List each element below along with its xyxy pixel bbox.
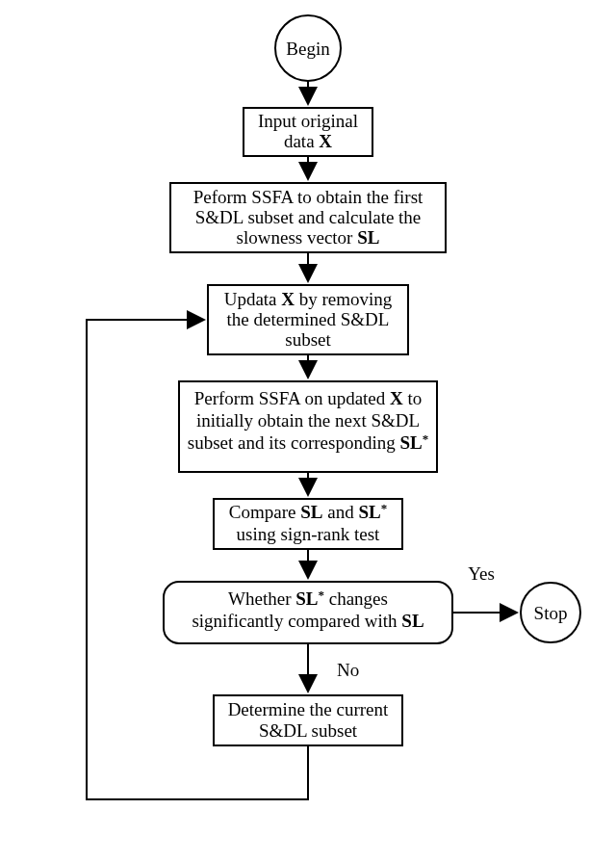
node-decision-line2: significantly compared with SL bbox=[192, 611, 424, 631]
node-compare-line1: Compare SL and SL* bbox=[229, 501, 387, 522]
node-determine-line1: Determine the current bbox=[228, 699, 389, 719]
node-ssfa-first-line3: slowness vector SL bbox=[237, 227, 380, 248]
node-update-line1: Updata X by removing bbox=[224, 289, 393, 309]
edge-label-yes: Yes bbox=[468, 563, 495, 584]
node-update-line2: the determined S&DL bbox=[227, 309, 390, 329]
node-update-line3: subset bbox=[285, 329, 331, 350]
node-input-line2: data X bbox=[284, 131, 332, 151]
node-stop-label: Stop bbox=[534, 603, 568, 623]
node-begin-label: Begin bbox=[286, 39, 330, 59]
node-ssfa-next-line3: subset and its corresponding SL* bbox=[188, 431, 428, 453]
node-compare-line2: using sign-rank test bbox=[237, 524, 381, 544]
node-decision-line1: Whether SL* changes bbox=[228, 588, 388, 609]
node-ssfa-next-line1: Perform SSFA on updated X to bbox=[194, 388, 423, 408]
node-determine-line2: S&DL subset bbox=[259, 720, 358, 741]
flowchart: Begin Input original data X Peform SSFA … bbox=[0, 0, 616, 862]
node-input-line1: Input original bbox=[258, 111, 358, 131]
edge-label-no: No bbox=[337, 660, 359, 680]
node-ssfa-first-line2: S&DL subset and calculate the bbox=[195, 207, 422, 227]
node-ssfa-next-line2: initially obtain the next S&DL bbox=[196, 410, 420, 431]
node-ssfa-first-line1: Peform SSFA to obtain the first bbox=[193, 187, 424, 207]
